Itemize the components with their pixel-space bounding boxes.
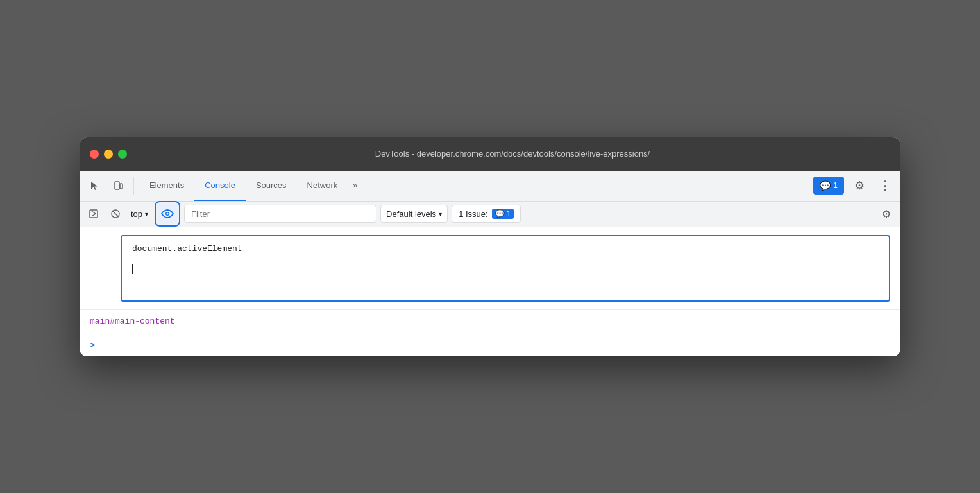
chevron-down-icon: ▾ xyxy=(145,211,148,218)
filter-input[interactable] xyxy=(184,205,376,223)
expression-result-row: main#main-content xyxy=(80,309,900,333)
devtools-window: DevTools - developer.chrome.com/docs/dev… xyxy=(80,137,900,356)
log-levels-button[interactable]: Default levels ▾ xyxy=(380,205,448,223)
tab-list: Elements Console Sources Network » xyxy=(139,171,363,201)
traffic-lights xyxy=(90,150,127,159)
tab-sources[interactable]: Sources xyxy=(246,171,297,201)
console-content: × document.activeElement main#main-conte… xyxy=(80,227,900,356)
live-expression-button-wrapper xyxy=(155,201,180,227)
svg-rect-1 xyxy=(120,184,122,189)
title-bar: DevTools - developer.chrome.com/docs/dev… xyxy=(80,137,900,171)
tab-network[interactable]: Network xyxy=(297,171,348,201)
close-button[interactable] xyxy=(90,150,99,159)
tab-more[interactable]: » xyxy=(348,171,362,201)
live-expression-box[interactable]: document.activeElement xyxy=(121,235,890,302)
context-selector[interactable]: top ▾ xyxy=(128,208,151,220)
issues-badge: 💬 1 xyxy=(492,209,514,219)
console-prompt-row[interactable]: > xyxy=(80,333,900,356)
maximize-button[interactable] xyxy=(118,150,127,159)
prompt-chevron: > xyxy=(90,340,95,350)
clear-console-button[interactable] xyxy=(106,205,124,223)
console-settings-button[interactable]: ⚙ xyxy=(877,205,895,223)
svg-point-6 xyxy=(167,213,169,215)
inspect-element-button[interactable] xyxy=(85,175,105,196)
device-toolbar-button[interactable] xyxy=(108,175,128,196)
chat-icon: 💬 xyxy=(495,209,505,218)
tab-elements[interactable]: Elements xyxy=(139,171,194,201)
console-toolbar: top ▾ Default levels ▾ 1 xyxy=(80,202,900,227)
more-options-button[interactable]: ⋮ xyxy=(875,175,895,196)
expression-result: main#main-content xyxy=(90,316,175,326)
devtools-panel: Elements Console Sources Network » 💬 xyxy=(80,171,900,356)
chat-icon: 💬 xyxy=(820,180,831,191)
issues-count-button[interactable]: 1 Issue: 💬 1 xyxy=(452,205,521,223)
settings-button[interactable]: ⚙ xyxy=(849,175,870,196)
cursor-line xyxy=(132,264,879,274)
window-title: DevTools - developer.chrome.com/docs/dev… xyxy=(135,149,890,159)
tab-console[interactable]: Console xyxy=(194,171,246,201)
svg-line-4 xyxy=(112,211,119,217)
toolbar-right: 💬 1 ⚙ ⋮ xyxy=(813,175,895,196)
toolbar-divider xyxy=(133,177,134,195)
live-expression-button[interactable] xyxy=(157,203,178,224)
issues-badge-button[interactable]: 💬 1 xyxy=(813,177,844,195)
context-label: top xyxy=(131,209,142,219)
chevron-down-icon: ▾ xyxy=(439,211,442,218)
top-toolbar: Elements Console Sources Network » 💬 xyxy=(80,171,900,202)
live-expression-editor[interactable]: document.activeElement xyxy=(122,236,889,300)
live-expression-container: × document.activeElement xyxy=(80,227,900,309)
run-script-button[interactable] xyxy=(85,205,103,223)
text-cursor xyxy=(132,264,133,274)
expression-line1: document.activeElement xyxy=(132,244,879,254)
minimize-button[interactable] xyxy=(104,150,113,159)
svg-rect-0 xyxy=(115,182,119,189)
